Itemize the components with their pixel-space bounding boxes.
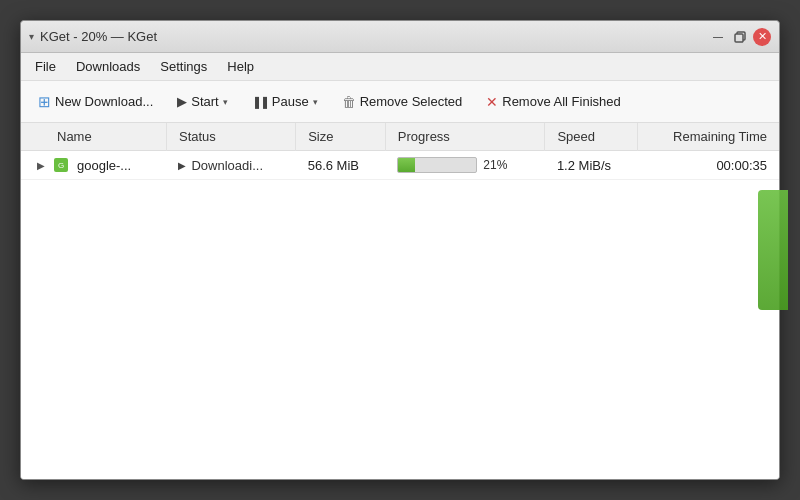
remove-selected-button[interactable]: 🗑 Remove Selected	[331, 88, 474, 116]
col-header-name: Name	[21, 123, 166, 151]
cell-name: ▶ G google-...	[21, 151, 166, 180]
pause-icon: ❚❚	[252, 95, 268, 109]
pause-button[interactable]: ❚❚ Pause ▾	[241, 88, 329, 115]
remove-selected-label: Remove Selected	[360, 94, 463, 109]
menu-file[interactable]: File	[25, 55, 66, 78]
status-text: Downloadi...	[191, 158, 263, 173]
window-title: KGet - 20% — KGet	[40, 29, 157, 44]
window-menu-arrow[interactable]: ▾	[29, 31, 34, 42]
menu-bar: File Downloads Settings Help	[21, 53, 779, 81]
col-header-speed: Speed	[545, 123, 638, 151]
row-expand-icon[interactable]: ▶	[33, 157, 49, 173]
new-download-button[interactable]: ⊞ New Download...	[27, 87, 164, 117]
remove-all-finished-button[interactable]: ✕ Remove All Finished	[475, 88, 632, 116]
progress-fill	[398, 158, 414, 172]
progress-bar	[397, 157, 477, 173]
cell-speed: 1.2 MiB/s	[545, 151, 638, 180]
title-bar-controls: — ✕	[709, 28, 771, 46]
table-row[interactable]: ▶ G google-... ▶	[21, 151, 779, 180]
status-play-icon: ▶	[178, 160, 186, 171]
cell-status: ▶ Downloadi...	[166, 151, 295, 180]
minimize-button[interactable]: —	[709, 28, 727, 46]
start-dropdown-arrow: ▾	[223, 97, 228, 107]
restore-icon	[734, 31, 746, 43]
col-header-remaining-time: Remaining Time	[638, 123, 779, 151]
cell-remaining-time: 00:00:35	[638, 151, 779, 180]
remove-all-finished-icon: ✕	[486, 94, 498, 110]
remove-selected-icon: 🗑	[342, 94, 356, 110]
download-table-container[interactable]: Name Status Size Progress Speed Remainin…	[21, 123, 779, 479]
restore-button[interactable]	[731, 28, 749, 46]
file-name: google-...	[77, 158, 131, 173]
main-window: ▾ KGet - 20% — KGet — ✕ File Downloads S…	[20, 20, 780, 480]
file-type-icon: G	[53, 157, 69, 173]
col-header-progress: Progress	[385, 123, 545, 151]
new-download-icon: ⊞	[38, 93, 51, 111]
title-bar: ▾ KGet - 20% — KGet — ✕	[21, 21, 779, 53]
menu-help[interactable]: Help	[217, 55, 264, 78]
progress-label: 21%	[483, 158, 507, 172]
cell-progress: 21%	[385, 151, 545, 180]
col-header-status: Status	[166, 123, 295, 151]
remove-all-finished-label: Remove All Finished	[502, 94, 621, 109]
menu-downloads[interactable]: Downloads	[66, 55, 150, 78]
side-decoration	[758, 190, 788, 310]
start-label: Start	[191, 94, 218, 109]
close-button[interactable]: ✕	[753, 28, 771, 46]
col-header-size: Size	[296, 123, 386, 151]
start-icon: ▶	[177, 94, 187, 109]
start-button[interactable]: ▶ Start ▾	[166, 88, 238, 115]
svg-rect-0	[735, 34, 743, 42]
download-table: Name Status Size Progress Speed Remainin…	[21, 123, 779, 180]
cell-size: 56.6 MiB	[296, 151, 386, 180]
new-download-label: New Download...	[55, 94, 153, 109]
pause-label: Pause	[272, 94, 309, 109]
table-header-row: Name Status Size Progress Speed Remainin…	[21, 123, 779, 151]
menu-settings[interactable]: Settings	[150, 55, 217, 78]
svg-text:G: G	[58, 161, 64, 170]
title-bar-left: ▾ KGet - 20% — KGet	[29, 29, 157, 44]
pause-dropdown-arrow: ▾	[313, 97, 318, 107]
toolbar: ⊞ New Download... ▶ Start ▾ ❚❚ Pause ▾ 🗑…	[21, 81, 779, 123]
